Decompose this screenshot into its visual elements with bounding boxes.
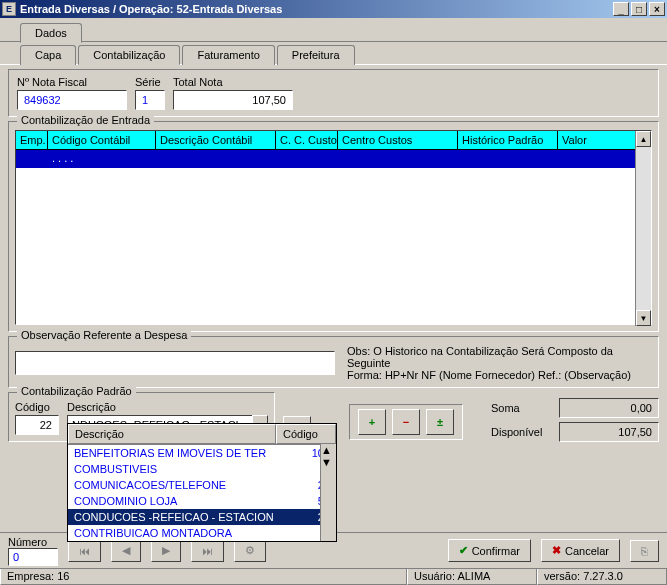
remove-line-button[interactable]: −	[392, 409, 420, 435]
col-centro-custos: Centro Custos	[338, 131, 458, 149]
plus-minus-icon: ±	[437, 416, 443, 428]
soma-label: Soma	[491, 402, 551, 414]
nav-last-button[interactable]: ⏭	[191, 540, 224, 562]
close-button[interactable]: ×	[649, 2, 665, 16]
cross-icon: ✖	[552, 544, 561, 557]
tabs-level1: Dados	[0, 18, 667, 42]
descricao-dropdown[interactable]: Descrição Código BENFEITORIAS EM IMOVEIS…	[67, 423, 337, 542]
accounting-grid[interactable]: Emp. Código Contábil Descrição Contábil …	[15, 130, 652, 325]
soma-value: 0,00	[559, 398, 659, 418]
tabs-level2: Capa Contabilização Faturamento Prefeitu…	[0, 41, 667, 65]
col-emp: Emp.	[16, 131, 48, 149]
last-icon: ⏭	[202, 545, 213, 557]
plus-icon: +	[369, 416, 375, 428]
dd-option[interactable]: BENFEITORIAS EM IMOVEIS DE TER102	[68, 445, 336, 461]
tab-prefeitura[interactable]: Prefeitura	[277, 45, 355, 65]
numero-input[interactable]	[8, 548, 58, 566]
serie-value: 1	[135, 90, 165, 110]
obs-input[interactable]	[15, 351, 335, 375]
tab-dados[interactable]: Dados	[20, 23, 82, 43]
tool-icon: ⚙	[245, 544, 255, 557]
dd-option[interactable]: COMUNICACOES/TELEFONE21	[68, 477, 336, 493]
dd-option-selected[interactable]: CONDUCOES -REFEICAO - ESTACION22	[68, 509, 336, 525]
total-value: 107,50	[173, 90, 293, 110]
grid-row[interactable]: . . . .	[16, 150, 635, 168]
exit-icon: ⎘	[641, 545, 648, 557]
window-title: Entrada Diversas / Operação: 52-Entrada …	[20, 3, 613, 15]
exit-button[interactable]: ⎘	[630, 540, 659, 562]
nav-next-button[interactable]: ▶	[151, 539, 181, 562]
check-icon: ✔	[459, 544, 468, 557]
obs-title: Observação Referente a Despesa	[17, 329, 191, 341]
dd-col-descricao: Descrição	[68, 424, 276, 444]
nav-first-button[interactable]: ⏮	[68, 540, 101, 562]
next-icon: ▶	[162, 544, 170, 557]
dd-option[interactable]: CONTRIBUICAO MONTADORA6	[68, 525, 336, 541]
first-icon: ⏮	[79, 545, 90, 557]
codigo-label: Código	[15, 401, 59, 413]
status-usuario: Usuário: ALIMA	[407, 569, 537, 585]
minimize-button[interactable]: _	[613, 2, 629, 16]
col-cc-custo: C. C. Custo	[276, 131, 338, 149]
dd-col-codigo: Código	[276, 424, 336, 444]
padrao-group: Contabilização Padrão Código 22 Descriçã…	[8, 392, 275, 442]
total-label: Total Nota	[173, 76, 293, 88]
grid-title: Contabilização de Entrada	[17, 114, 154, 126]
col-historico-padrao: Histórico Padrão	[458, 131, 558, 149]
row-codigo-contabil: . . . .	[48, 150, 156, 168]
minus-icon: −	[403, 416, 409, 428]
disponivel-label: Disponível	[491, 426, 551, 438]
numero-label: Número	[8, 536, 58, 548]
line-ops: + − ±	[349, 404, 463, 440]
confirmar-button[interactable]: ✔ Confirmar	[448, 539, 531, 562]
dd-option[interactable]: COMBUSTIVEIS5	[68, 461, 336, 477]
edit-line-button[interactable]: ±	[426, 409, 454, 435]
tab-faturamento[interactable]: Faturamento	[182, 45, 274, 65]
col-valor: Valor	[558, 131, 635, 149]
codigo-value: 22	[15, 415, 59, 435]
tab-contabilizacao[interactable]: Contabilização	[78, 45, 180, 65]
col-descricao-contabil: Descrição Contábil	[156, 131, 276, 149]
prev-icon: ◀	[122, 544, 130, 557]
fiscal-panel: Nº Nota Fiscal 849632 Série 1 Total Nota…	[8, 69, 659, 117]
tab-capa[interactable]: Capa	[20, 45, 76, 65]
tool-button[interactable]: ⚙	[234, 539, 266, 562]
dd-option[interactable]: CONDOMINIO LOJA50	[68, 493, 336, 509]
serie-label: Série	[135, 76, 165, 88]
descricao-label: Descrição	[67, 401, 268, 413]
maximize-button[interactable]: □	[631, 2, 647, 16]
disponivel-value: 107,50	[559, 422, 659, 442]
nf-value: 849632	[17, 90, 127, 110]
scroll-up-icon[interactable]: ▲	[636, 131, 651, 147]
scroll-up-icon[interactable]: ▲	[321, 444, 336, 456]
status-bar: Empresa: 16 Usuário: ALIMA versão: 7.27.…	[0, 568, 667, 585]
scroll-down-icon[interactable]: ▼	[321, 456, 336, 468]
app-icon: E	[2, 2, 16, 16]
col-codigo-contabil: Código Contábil	[48, 131, 156, 149]
obs-group: Observação Referente a Despesa Obs: O Hi…	[8, 336, 659, 388]
grid-scrollbar[interactable]: ▲ ▼	[635, 131, 651, 326]
status-versao: versão: 7.27.3.0	[537, 569, 667, 585]
cancelar-button[interactable]: ✖ Cancelar	[541, 539, 620, 562]
status-empresa: Empresa: 16	[0, 569, 407, 585]
grid-header: Emp. Código Contábil Descrição Contábil …	[16, 131, 635, 150]
grid-group: Contabilização de Entrada Emp. Código Co…	[8, 121, 659, 332]
dd-scrollbar[interactable]: ▲ ▼	[320, 444, 336, 541]
obs-hint: Obs: O Historico na Contabilização Será …	[347, 345, 652, 381]
nav-prev-button[interactable]: ◀	[111, 539, 141, 562]
padrao-title: Contabilização Padrão	[17, 385, 136, 397]
scroll-down-icon[interactable]: ▼	[636, 310, 651, 326]
add-line-button[interactable]: +	[358, 409, 386, 435]
nf-label: Nº Nota Fiscal	[17, 76, 127, 88]
title-bar: E Entrada Diversas / Operação: 52-Entrad…	[0, 0, 667, 18]
